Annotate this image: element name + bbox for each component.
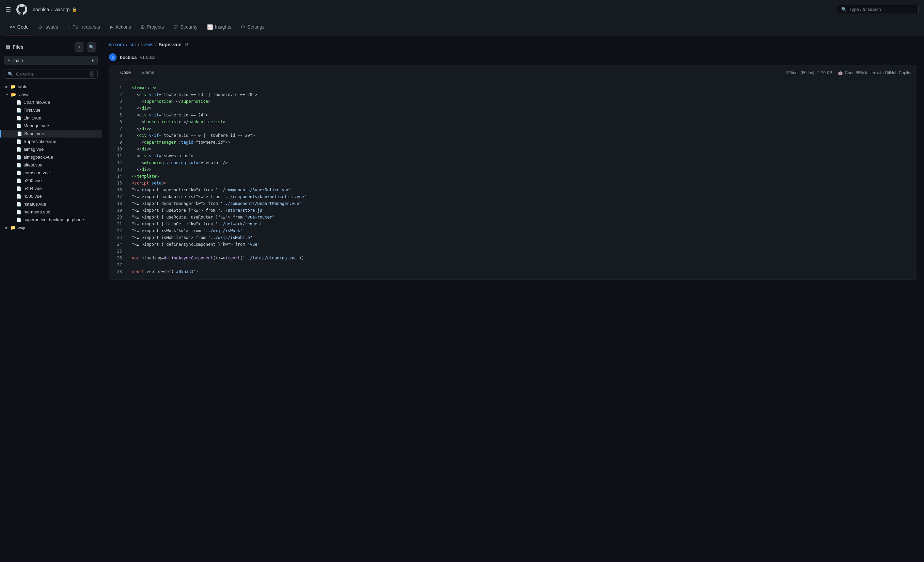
line-number: 4 <box>110 105 126 112</box>
tab-insights[interactable]: 📈 Insights <box>203 19 236 35</box>
tree-item-label: ChartInfo.vue <box>24 100 50 105</box>
github-logo[interactable] <box>16 4 27 15</box>
tree-item-aimsg-vue[interactable]: 📄 aimsg.vue <box>0 145 102 153</box>
line-number: 16 <box>110 187 126 193</box>
breadcrumb-src-link[interactable]: src <box>129 42 136 47</box>
tab-security[interactable]: 🛡 Security <box>169 19 202 35</box>
chevron-icon: ▼ <box>6 93 9 96</box>
tree-item-manager-vue[interactable]: 📄 Manager.vue <box>0 122 102 130</box>
path-sep3: / <box>155 42 157 47</box>
projects-tab-label: Projects <box>147 24 164 30</box>
tree-item-h500-vue[interactable]: 📄 h500.vue <box>0 192 102 200</box>
code-meta: 62 lines (60 loc) · 1.79 KB 🤖 Code 55% f… <box>785 70 911 75</box>
line-number: 5 <box>110 112 126 118</box>
add-file-button[interactable]: + <box>75 42 84 52</box>
file-icon: 📄 <box>16 217 21 222</box>
sidebar-actions: + 🔍 <box>75 42 96 52</box>
copilot-icon: 🤖 <box>838 70 843 75</box>
tab-settings[interactable]: ⚙ Settings <box>237 19 269 35</box>
copy-path-button[interactable]: ⧉ <box>184 41 190 48</box>
search-bar[interactable]: 🔍 Type / to search <box>837 5 918 14</box>
line-number: 2 <box>110 91 126 98</box>
file-search: 🔍 t <box>4 69 98 79</box>
line-number: 28 <box>110 268 126 275</box>
folder-icon: 📁 <box>10 225 16 230</box>
code-view-tab[interactable]: Code <box>115 65 136 80</box>
tree-item-supernotice-vue[interactable]: 📄 SuperNotice.vue <box>0 138 102 145</box>
sidebar-header: ▤ Files + 🔍 <box>0 39 102 56</box>
tree-item-chartinfo-vue[interactable]: 📄 ChartInfo.vue <box>0 98 102 106</box>
copilot-button[interactable]: 🤖 Code 55% faster with GitHub Copilot <box>838 70 911 75</box>
file-tree: ▶📁 table▼📂 views📄 ChartInfo.vue📄 First.v… <box>0 83 102 231</box>
code-line: <banknoticelist> </banknoticelist> <box>132 118 911 125</box>
svg-text:b: b <box>112 55 114 59</box>
search-files-button[interactable]: 🔍 <box>87 42 96 52</box>
file-icon: 📄 <box>16 202 21 207</box>
tree-item-aimsgback-vue[interactable]: 📄 aimsgback.vue <box>0 153 102 161</box>
tree-item-limit-vue[interactable]: 📄 Limit.vue <box>0 114 102 122</box>
tree-item-label: Limit.vue <box>24 115 41 120</box>
chevron-icon: ▶ <box>6 85 8 88</box>
line-number: 25 <box>110 248 126 255</box>
tree-item-label: table <box>18 84 27 89</box>
file-icon: 📄 <box>16 171 21 175</box>
insights-tab-label: Insights <box>215 24 231 30</box>
code-tab-label: Code <box>17 24 28 30</box>
code-line: </div> <box>132 105 911 112</box>
tree-item-members-vue[interactable]: 📄 members.vue <box>0 208 102 216</box>
file-icon: 📄 <box>16 147 21 152</box>
code-line: "kw">import isMobile"kw"> from "../wxjs/… <box>132 234 911 241</box>
pr-tab-label: Pull requests <box>72 24 100 30</box>
file-icon: 📄 <box>16 124 21 128</box>
breadcrumb-repo[interactable]: wxcorp <box>54 7 69 12</box>
tree-item-views-folder[interactable]: ▼📂 views <box>0 91 102 98</box>
chevron-down-icon: ▾ <box>92 58 94 63</box>
tab-projects[interactable]: ⊞ Projects <box>136 19 168 35</box>
tab-pull-requests[interactable]: ⑂ Pull requests <box>64 19 104 35</box>
line-number: 7 <box>110 125 126 132</box>
file-search-input[interactable] <box>16 72 87 76</box>
line-number: 10 <box>110 146 126 153</box>
line-number: 15 <box>110 180 126 187</box>
file-icon: 📄 <box>16 108 21 113</box>
tree-item-wxjs-folder[interactable]: ▶📁 wxjs <box>0 224 102 231</box>
breadcrumb-owner[interactable]: bocblca <box>33 7 49 12</box>
main-content: wxcorp / src / views / Super.vue ⧉ b boc… <box>102 35 924 562</box>
line-number: 9 <box>110 139 126 146</box>
tree-item-corpscan-vue[interactable]: 📄 corpscan.vue <box>0 169 102 177</box>
tab-issues[interactable]: ⊙ Issues <box>34 19 62 35</box>
file-icon: 📄 <box>16 155 21 160</box>
code-header: Code Blame 62 lines (60 loc) · 1.79 KB 🤖… <box>110 65 917 80</box>
breadcrumb-views-link[interactable]: views <box>141 42 153 47</box>
tree-item-label: hstatus.vue <box>24 201 46 207</box>
breadcrumb-repo-link[interactable]: wxcorp <box>109 42 124 47</box>
tree-item-hstatus-vue[interactable]: 📄 hstatus.vue <box>0 200 102 208</box>
settings-tab-icon: ⚙ <box>241 24 245 30</box>
commit-author[interactable]: bocblca <box>120 55 136 60</box>
menu-icon[interactable]: ☰ <box>6 6 11 13</box>
tab-code[interactable]: <> Code <box>6 19 33 35</box>
branch-selector[interactable]: ⑂ main ▾ <box>4 56 98 65</box>
tree-item-aitest-vue[interactable]: 📄 aitest.vue <box>0 161 102 169</box>
line-number: 22 <box>110 228 126 234</box>
tree-item-table-folder[interactable]: ▶📁 table <box>0 83 102 91</box>
line-number: 23 <box>110 234 126 241</box>
tree-item-super-vue[interactable]: 📄 Super.vue <box>0 130 102 138</box>
tree-item-h200-vue[interactable]: 📄 h200.vue <box>0 177 102 184</box>
path-sep2: / <box>138 42 139 47</box>
tree-item-h404-vue[interactable]: 📄 h404.vue <box>0 184 102 192</box>
breadcrumb-sep1: / <box>51 7 52 12</box>
code-line: <template> <box>132 84 911 91</box>
tab-actions[interactable]: ▶ Actions <box>106 19 135 35</box>
breadcrumb-current-file: Super.vue <box>159 42 182 47</box>
tree-item-supernotice-backup[interactable]: 📄 supernotice_backup_getphone <box>0 216 102 224</box>
code-line: <supernotice> </supernotice> <box>132 98 911 105</box>
code-line: <div v-if="towhere.id == 0 || towhere.id… <box>132 132 911 139</box>
tree-item-first-vue[interactable]: 📄 First.vue <box>0 106 102 114</box>
line-number: 13 <box>110 166 126 173</box>
actions-tab-icon: ▶ <box>110 24 113 30</box>
tree-item-label: aimsg.vue <box>24 147 44 152</box>
code-line <box>132 248 911 255</box>
folder-icon: 📂 <box>11 92 16 97</box>
blame-view-tab[interactable]: Blame <box>136 65 160 80</box>
